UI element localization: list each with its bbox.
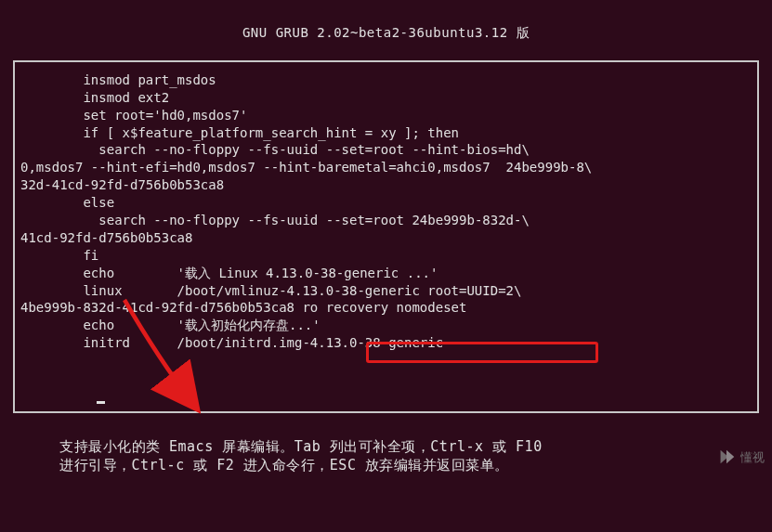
help-line-2: 进行引导，Ctrl-c 或 F2 进入命令行，ESC 放弃编辑并返回菜单。: [59, 456, 713, 474]
watermark-logo-icon: [716, 447, 737, 467]
grub-title: GNU GRUB 2.02~beta2-36ubuntu3.12 版: [13, 24, 759, 42]
grub-help-text: 支持最小化的类 Emacs 屏幕编辑。Tab 列出可补全项，Ctrl-x 或 F…: [13, 437, 759, 475]
grub-screen: GNU GRUB 2.02~beta2-36ubuntu3.12 版 insmo…: [0, 0, 772, 487]
grub-edit-box[interactable]: insmod part_msdos insmod ext2 set root='…: [13, 60, 759, 413]
help-line-1: 支持最小化的类 Emacs 屏幕编辑。Tab 列出可补全项，Ctrl-x 或 F…: [59, 437, 713, 456]
edit-cursor: [97, 401, 105, 404]
grub-edit-content[interactable]: insmod part_msdos insmod ext2 set root='…: [20, 71, 752, 352]
watermark: 懂视: [716, 447, 765, 467]
watermark-text: 懂视: [740, 449, 765, 466]
